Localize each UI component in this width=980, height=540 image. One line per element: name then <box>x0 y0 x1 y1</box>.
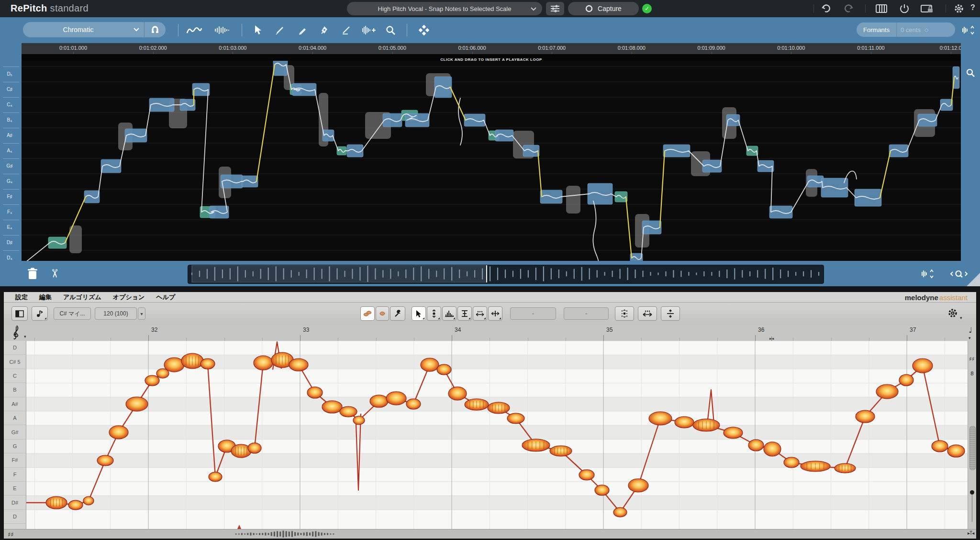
menu-item[interactable]: ヘルプ <box>156 293 175 302</box>
note-blob[interactable] <box>322 401 342 413</box>
chord-track-button[interactable]: 8 <box>970 369 974 377</box>
formants-control[interactable]: Formants 0 cents ◇ <box>857 22 955 37</box>
note-blob[interactable] <box>437 364 451 375</box>
note-view-single-button[interactable] <box>376 306 389 321</box>
scale-dropdown[interactable]: Chromatic <box>23 22 166 37</box>
vertical-zoom-slider[interactable] <box>972 493 972 522</box>
tempo-dropdown-stub[interactable]: ▾ <box>138 307 145 320</box>
note-blob[interactable] <box>947 445 965 457</box>
melodyne-pitch-ruler[interactable]: DC# 5CBA#AG#GF#FED#D <box>4 341 26 529</box>
note-blob[interactable] <box>370 395 388 407</box>
menu-item[interactable]: 設定 <box>15 293 28 302</box>
pitch-label-cell[interactable]: D <box>4 341 26 355</box>
formant-tool-button[interactable] <box>442 306 457 321</box>
note-blob[interactable] <box>406 399 421 409</box>
note-view-double-button[interactable] <box>360 306 375 321</box>
pitch-grid-button[interactable] <box>32 306 48 321</box>
pitch-label-cell[interactable]: D <box>4 510 26 524</box>
note-blob[interactable] <box>83 496 94 505</box>
note-blob[interactable] <box>307 387 323 398</box>
inspector-field-1[interactable]: - <box>510 307 556 320</box>
note-separation-tool-button[interactable] <box>488 306 502 321</box>
toolbar-settings-button[interactable] <box>947 308 958 318</box>
vertical-zoom-button[interactable] <box>960 23 977 37</box>
overview-vzoom-button[interactable] <box>921 269 935 279</box>
note-blob[interactable] <box>289 359 308 371</box>
note-blob[interactable] <box>97 455 113 466</box>
note-blob[interactable] <box>507 413 524 424</box>
capture-button[interactable]: Capture <box>568 2 639 15</box>
pitch-label-cell[interactable]: E <box>4 482 26 495</box>
note-blob[interactable] <box>649 412 672 425</box>
note-blob[interactable] <box>932 440 948 452</box>
note-blob[interactable] <box>913 359 933 373</box>
pitch-label-cell[interactable]: A# <box>4 397 26 411</box>
delete-button[interactable] <box>27 268 38 280</box>
repitch-editor-canvas[interactable] <box>22 61 961 261</box>
pitch-label-cell[interactable]: C <box>4 369 26 383</box>
cut-button[interactable]: ✂ <box>48 269 61 278</box>
pitch-label-cell[interactable]: C# 5 <box>4 355 26 369</box>
pitch-label-cell[interactable]: D# <box>4 495 26 509</box>
note-blob[interactable] <box>353 416 365 425</box>
melodyne-scroll-strip[interactable]: ♯♯ ▸T◂ <box>4 529 976 539</box>
pitch-label-cell[interactable]: B <box>4 383 26 397</box>
note-blob[interactable] <box>675 416 694 428</box>
snap-magnet-button[interactable] <box>145 25 166 34</box>
melodyne-bar-ruler[interactable]: ▾ ▸|◂ ♩ ▾ 323334353637 <box>4 325 976 341</box>
pitch-pen-tool-button[interactable] <box>272 23 289 37</box>
tempo-display[interactable]: 120 (100) <box>95 307 137 320</box>
note-block[interactable] <box>273 61 288 76</box>
note-blob[interactable] <box>856 410 875 423</box>
add-note-tool-button[interactable] <box>360 23 377 37</box>
level-macro-button[interactable] <box>661 306 680 321</box>
note-assignment-button[interactable] <box>390 306 405 321</box>
piano-view-button[interactable] <box>876 4 887 13</box>
note-blob[interactable] <box>613 507 627 517</box>
note-blob-unvoiced[interactable] <box>566 186 580 214</box>
scale-snap-button[interactable]: ♯♯ <box>969 354 975 363</box>
note-blob[interactable] <box>254 356 273 370</box>
window-lock-button[interactable] <box>921 4 934 13</box>
redo-button[interactable] <box>843 4 854 13</box>
undo-button[interactable] <box>821 4 832 13</box>
note-blob[interactable] <box>595 485 609 495</box>
note-blob[interactable] <box>579 470 594 480</box>
move-tool-button[interactable] <box>415 23 433 37</box>
note-blob[interactable] <box>68 500 83 510</box>
window-resize-handle[interactable] <box>967 273 980 286</box>
zoom-tool-button[interactable] <box>382 23 399 37</box>
note-blob[interactable] <box>448 387 467 400</box>
audio-overview-strip[interactable] <box>188 265 824 284</box>
pencil-tool-button[interactable] <box>294 23 311 37</box>
note-blob[interactable] <box>248 443 261 453</box>
menu-item[interactable]: 編集 <box>39 293 52 302</box>
inspector-field-2[interactable]: - <box>564 307 609 320</box>
note-blob[interactable] <box>421 358 439 371</box>
note-blob[interactable] <box>109 426 128 439</box>
note-blob[interactable] <box>764 442 781 456</box>
note-blob[interactable] <box>724 427 743 439</box>
help-button[interactable]: ? <box>970 3 975 12</box>
bypass-button[interactable] <box>900 4 909 13</box>
note-blob[interactable] <box>340 406 357 417</box>
amplitude-tool-button[interactable] <box>457 306 472 321</box>
note-blob[interactable] <box>899 374 913 386</box>
waveform-view-button[interactable] <box>213 23 231 37</box>
repitch-pitch-ruler[interactable]: D₅C♯C₄B₄A♯A₄G♯G₄F♯F₄E₄D♯D₄ <box>0 61 22 261</box>
melodyne-note-editor[interactable] <box>26 341 968 529</box>
note-blob[interactable] <box>748 439 764 451</box>
playback-loop-bar[interactable]: CLICK AND DRAG TO INSERT A PLAYBACK LOOP <box>22 54 961 61</box>
menu-item[interactable]: アルゴリズム <box>63 293 101 302</box>
menu-item[interactable]: オプション <box>113 293 145 302</box>
pitch-label-cell[interactable]: A <box>4 411 26 425</box>
timing-handles-button[interactable]: ▸T◂ <box>968 530 974 536</box>
pitch-tool-button[interactable] <box>427 306 441 321</box>
preset-dropdown[interactable]: High Pitch Vocal - Snap Notes to Selecte… <box>347 2 542 15</box>
settings-button[interactable] <box>954 4 964 13</box>
key-selector[interactable]: C# マイ... <box>54 307 91 320</box>
pitch-label-cell[interactable]: G <box>4 439 26 453</box>
editor-zoom-button[interactable] <box>966 68 975 78</box>
pitch-label-cell[interactable]: F# <box>4 453 26 467</box>
repitch-timeline-ruler[interactable]: 0:01:01.0000:01:02.0000:01:03.0000:01:04… <box>22 43 961 54</box>
